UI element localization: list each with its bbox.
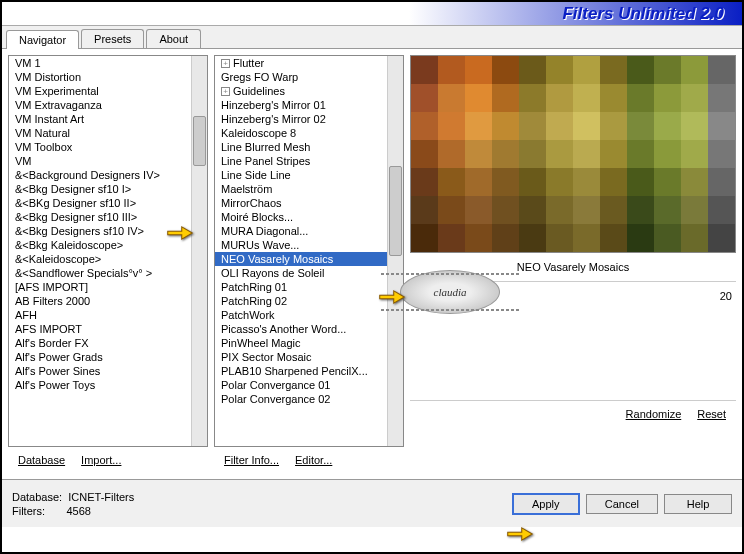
randomize-button[interactable]: Randomize [618,405,690,423]
tab-navigator[interactable]: Navigator [6,30,79,49]
list-item[interactable]: Hinzeberg's Mirror 01 [215,98,387,112]
list-item[interactable]: VM Experimental [9,84,191,98]
list-item[interactable]: VM Toolbox [9,140,191,154]
list-item[interactable]: Alf's Power Toys [9,378,191,392]
list-item[interactable]: &<Bkg Designer sf10 I> [9,182,191,196]
apply-button[interactable]: Apply [512,493,580,515]
filter-list[interactable]: +FlutterGregs FO Warp+GuidelinesHinzeber… [214,55,404,447]
list-item[interactable]: +Guidelines [215,84,387,98]
list-item[interactable]: Alf's Power Sines [9,364,191,378]
list-item[interactable]: &<Bkg Kaleidoscope> [9,238,191,252]
list-item[interactable]: VM [9,154,191,168]
list-item[interactable]: VM 1 [9,56,191,70]
list-item[interactable]: Line Side Line [215,168,387,182]
editor-button[interactable]: Editor... [287,451,340,469]
list-item[interactable]: Alf's Border FX [9,336,191,350]
list-item[interactable]: NEO Vasarely Mosaics [215,252,387,266]
list-item[interactable]: VM Extravaganza [9,98,191,112]
list-item[interactable]: &<Bkg Designers sf10 IV> [9,224,191,238]
list-item[interactable]: PinWheel Magic [215,336,387,350]
list-item[interactable]: MirrorChaos [215,196,387,210]
list-item[interactable]: &<Kaleidoscope> [9,252,191,266]
list-item[interactable]: Gregs FO Warp [215,70,387,84]
list-item[interactable]: Line Panel Stripes [215,154,387,168]
expand-icon[interactable]: + [221,87,230,96]
tab-presets[interactable]: Presets [81,29,144,48]
list-item[interactable]: VM Distortion [9,70,191,84]
footer: Database: ICNET-Filters Filters: 4568 Ap… [2,479,742,527]
filter-info-button[interactable]: Filter Info... [216,451,287,469]
database-button[interactable]: Database [10,451,73,469]
list-item[interactable]: AFH [9,308,191,322]
expand-icon[interactable]: + [221,59,230,68]
list-item[interactable]: [AFS IMPORT] [9,280,191,294]
tab-bar: Navigator Presets About [2,26,742,49]
list-item[interactable]: &<BKg Designer sf10 II> [9,196,191,210]
import-button[interactable]: Import... [73,451,129,469]
category-buttons: Database Import... [8,447,208,473]
list-item[interactable]: Alf's Power Grads [9,350,191,364]
list-item[interactable]: AB Filters 2000 [9,294,191,308]
list-item[interactable]: PIX Sector Mosaic [215,350,387,364]
list-item[interactable]: MURA Diagonal... [215,224,387,238]
list-item[interactable]: OLI Rayons de Soleil [215,266,387,280]
banner-title: Filters Unlimited 2.0 [562,4,724,24]
category-column: VM 1VM DistortionVM ExperimentalVM Extra… [8,55,208,473]
list-item[interactable]: Polar Convergance 01 [215,378,387,392]
list-item[interactable]: Picasso's Another Word... [215,322,387,336]
category-scrollbar[interactable] [191,56,207,446]
list-item[interactable]: AFS IMPORT [9,322,191,336]
cancel-button[interactable]: Cancel [586,494,658,514]
param-value[interactable]: 20 [720,290,732,302]
list-item[interactable]: PatchRing 02 [215,294,387,308]
list-item[interactable]: VM Instant Art [9,112,191,126]
list-item[interactable]: MURUs Wave... [215,238,387,252]
category-list[interactable]: VM 1VM DistortionVM ExperimentalVM Extra… [8,55,208,447]
main-area: VM 1VM DistortionVM ExperimentalVM Extra… [2,49,742,479]
list-item[interactable]: PatchRing 01 [215,280,387,294]
list-item[interactable]: PatchWork [215,308,387,322]
filter-scrollbar[interactable] [387,56,403,446]
filter-column: +FlutterGregs FO Warp+GuidelinesHinzeber… [214,55,404,473]
preview-column: NEO Vasarely Mosaics Tiling 20 Randomize… [410,55,736,473]
list-item[interactable]: Moiré Blocks... [215,210,387,224]
list-item[interactable]: Hinzeberg's Mirror 02 [215,112,387,126]
reset-button[interactable]: Reset [689,405,734,423]
watermark: claudia [400,270,500,314]
tab-about[interactable]: About [146,29,201,48]
filter-buttons: Filter Info... Editor... [214,447,404,473]
list-item[interactable]: Line Blurred Mesh [215,140,387,154]
help-button[interactable]: Help [664,494,732,514]
footer-info: Database: ICNET-Filters Filters: 4568 [12,490,506,518]
list-item[interactable]: VM Natural [9,126,191,140]
list-item[interactable]: Kaleidoscope 8 [215,126,387,140]
list-item[interactable]: &<Background Designers IV> [9,168,191,182]
list-item[interactable]: &<Bkg Designer sf10 III> [9,210,191,224]
list-item[interactable]: PLAB10 Sharpened PencilX... [215,364,387,378]
list-item[interactable]: Polar Convergance 02 [215,392,387,406]
list-item[interactable]: Maelström [215,182,387,196]
list-item[interactable]: &<Sandflower Specials°v° > [9,266,191,280]
preview-buttons: Randomize Reset [410,401,736,427]
list-item[interactable]: +Flutter [215,56,387,70]
preview-image [410,55,736,253]
banner: Filters Unlimited 2.0 [2,2,742,26]
